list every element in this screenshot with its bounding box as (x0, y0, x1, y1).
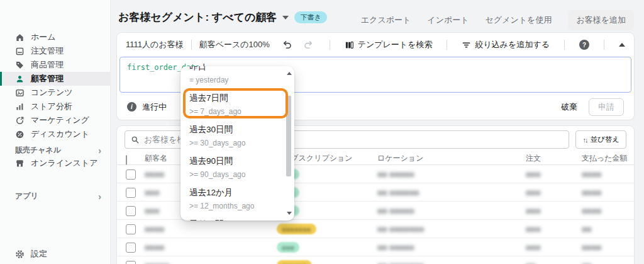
table-row[interactable]: ●●●● ●●● ●● ●●●●● ●●● ●●●● (117, 238, 634, 256)
dropdown-scrollbar[interactable] (285, 69, 293, 217)
add-filter-button[interactable]: 絞り込みを追加する (462, 39, 550, 50)
customer-name: ●●●● (145, 165, 164, 183)
dropdown-item-last-90-days[interactable]: 過去90日間 >= 90_days_ago (189, 152, 278, 183)
import-button[interactable]: インポート (427, 14, 469, 26)
apply-button[interactable]: 申請 (589, 98, 624, 116)
editor-footer-actions: 破棄 申請 (561, 98, 624, 116)
page-header: お客様セグメント: すべての顧客 下書き (118, 10, 327, 25)
dropdown-item-subtitle: >= 90_days_ago (189, 169, 278, 180)
amount-paid: ●●●● (582, 202, 601, 220)
amount-paid: ●● (582, 220, 592, 238)
row-checkbox[interactable] (126, 183, 136, 202)
customer-location: ●● ●●●●●●● (377, 256, 424, 264)
column-customer-name: 顧客名 (145, 151, 167, 165)
scroll-down-icon[interactable] (287, 212, 292, 215)
dropdown-item-subtitle: >= 30_days_ago (189, 138, 278, 148)
dropdown-item-last-30-days[interactable]: 過去30日間 >= 30_days_ago (189, 120, 278, 152)
customer-name: ●●●● (145, 238, 164, 256)
templates-icon (345, 40, 354, 50)
add-customer-button[interactable]: お客様を追加 (568, 10, 634, 30)
dropdown-item-title: 過去7日間 (189, 93, 278, 104)
search-icon (131, 135, 140, 144)
undo-button[interactable] (280, 38, 294, 52)
sidebar-item-label: 商品管理 (31, 59, 64, 71)
products-icon (15, 60, 25, 70)
sort-button[interactable]: ↑↓ 並び替え (575, 130, 626, 149)
column-amount-paid: 支払った金額 (582, 151, 628, 165)
customer-location: ●● ●●●●● (377, 202, 414, 220)
sidebar-section-apps[interactable]: アプリ › (0, 191, 110, 202)
row-checkbox[interactable] (126, 256, 136, 264)
segment-caret-icon[interactable] (282, 16, 289, 20)
amount-paid: ●●●● (582, 183, 601, 202)
status-badge: 下書き (294, 11, 326, 23)
customer-name: ●●●●● (145, 256, 169, 264)
customer-location: ●● ●●●●● (377, 238, 414, 256)
sidebar-item-home[interactable]: ホーム (0, 30, 110, 44)
divider (447, 40, 447, 50)
customer-name: ●●● (145, 202, 160, 220)
date-filter-dropdown: 昨日 = yesterday 過去7日間 >= 7_days_ago 過去30日… (180, 66, 294, 221)
sidebar-item-online-store[interactable]: オンラインストア (0, 156, 110, 170)
dropdown-item-title: 過去12か月 (189, 187, 278, 198)
sidebar-section-sales-channels[interactable]: 販売チャネル › (0, 145, 110, 156)
page-title: お客様セグメント: すべての顧客 (118, 10, 277, 25)
sidebar-item-orders[interactable]: 注文管理 (0, 44, 110, 58)
editor-toolbar-right: テンプレートを検索 絞り込みを追加する ? (280, 38, 625, 52)
sidebar-item-customers[interactable]: 顧客管理 (0, 72, 110, 86)
scrollbar-thumb[interactable] (286, 96, 291, 176)
help-icon[interactable]: ? (579, 40, 589, 50)
subscription-badge: ●●●●●●● (277, 224, 316, 234)
discounts-icon (15, 130, 25, 139)
storefront-icon (15, 159, 25, 168)
collapse-editor-icon[interactable] (619, 43, 625, 47)
home-icon (15, 33, 25, 42)
dropdown-item-last-12-months[interactable]: 過去12か月 >= 12_months_ago (189, 183, 278, 215)
dropdown-item-subtitle: >= 12_months_ago (189, 201, 278, 211)
content-icon (15, 88, 25, 98)
sidebar-item-settings[interactable]: 設定 (0, 247, 110, 261)
sales-channels-label: 販売チャネル (15, 145, 61, 156)
row-checkbox[interactable] (126, 202, 136, 220)
discard-button[interactable]: 破棄 (561, 101, 577, 113)
sidebar-item-discounts[interactable]: ディスカウント (0, 127, 110, 141)
use-segment-button[interactable]: セグメントを使用 (486, 14, 552, 26)
dropdown-item-yesterday[interactable]: 昨日 = yesterday (189, 66, 278, 89)
dropdown-item-title: 昨日 (189, 66, 278, 72)
order-count: ●●● (526, 220, 541, 238)
online-store-label: オンラインストア (31, 158, 97, 169)
sidebar-item-label: マーケティング (31, 115, 89, 126)
sidebar-item-marketing[interactable]: マーケティング (0, 113, 110, 127)
search-templates-label: テンプレートを検索 (358, 39, 433, 50)
gear-icon (15, 250, 25, 259)
sidebar-item-content[interactable]: コンテンツ (0, 86, 110, 100)
progress-status: 進行中 (142, 101, 167, 113)
redo-button[interactable] (301, 38, 315, 52)
dropdown-item-last-7-days[interactable]: 過去7日間 >= 7_days_ago (189, 89, 278, 120)
sidebar-item-label: コンテンツ (31, 87, 73, 98)
column-location: ロケーション (377, 151, 423, 165)
sidebar-item-label: 顧客管理 (31, 73, 64, 84)
apps-label: アプリ (15, 191, 38, 202)
sidebar-item-analytics[interactable]: ストア分析 (0, 100, 110, 113)
sidebar-item-products[interactable]: 商品管理 (0, 58, 110, 72)
export-button[interactable]: エクスポート (361, 14, 411, 26)
chevron-right-icon: › (98, 146, 101, 155)
table-row[interactable]: ●●●●● ●●●●●● ●● ●●●●●●● ●● ●● (117, 256, 634, 264)
divider (330, 40, 330, 50)
divider (191, 40, 192, 50)
scroll-up-icon[interactable] (287, 72, 292, 75)
order-count: ●●● (526, 202, 541, 220)
dropdown-item-subtitle: = yesterday (189, 75, 278, 85)
row-checkbox[interactable] (126, 165, 136, 183)
table-row[interactable]: ●●●● ●●●●●●● ●● ●●●●●●● ●●● ●● (117, 220, 634, 238)
row-checkbox[interactable] (126, 238, 136, 256)
subscription-badge: ●●● (277, 242, 299, 253)
sidebar-nav: ホーム 注文管理 商品管理 顧客管理 (0, 30, 110, 141)
search-templates-button[interactable]: テンプレートを検索 (345, 39, 433, 50)
customer-location: ●● ●●●●●●● (377, 220, 424, 238)
row-checkbox[interactable] (126, 220, 136, 238)
divider (604, 40, 604, 50)
dropdown-item-between-dates[interactable]: 日付の間 (189, 215, 278, 221)
customer-location: ●● ●●●●● (377, 165, 414, 183)
